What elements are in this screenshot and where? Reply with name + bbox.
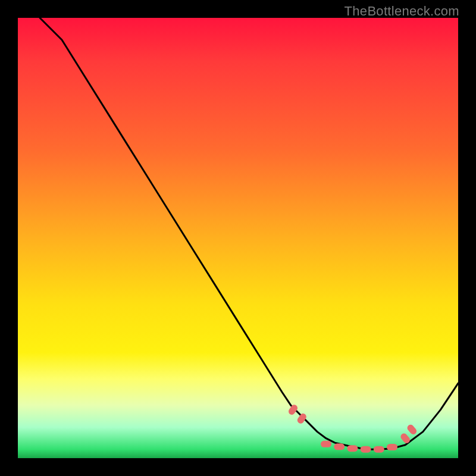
watermark-text: TheBottleneck.com <box>345 4 459 19</box>
line-chart-svg <box>18 18 458 458</box>
bottleneck-curve <box>40 18 458 449</box>
marker-point <box>387 444 397 450</box>
svg-rect-4 <box>347 445 358 452</box>
marker-point <box>361 446 371 453</box>
marker-point <box>334 443 345 450</box>
svg-rect-6 <box>374 446 384 453</box>
marker-point <box>287 403 299 416</box>
svg-rect-0 <box>287 403 299 416</box>
svg-rect-3 <box>334 443 345 450</box>
marker-point <box>296 412 308 425</box>
chart-frame: TheBottleneck.com <box>0 0 476 476</box>
marker-point <box>406 423 418 436</box>
marker-point <box>321 441 331 447</box>
svg-rect-7 <box>387 444 397 450</box>
plot-area <box>18 18 458 458</box>
marker-point <box>374 446 384 453</box>
marker-point <box>347 445 358 452</box>
svg-rect-5 <box>361 446 371 453</box>
highlight-markers <box>287 403 418 453</box>
svg-rect-9 <box>406 423 418 436</box>
svg-rect-2 <box>321 441 331 447</box>
svg-rect-1 <box>296 412 308 425</box>
